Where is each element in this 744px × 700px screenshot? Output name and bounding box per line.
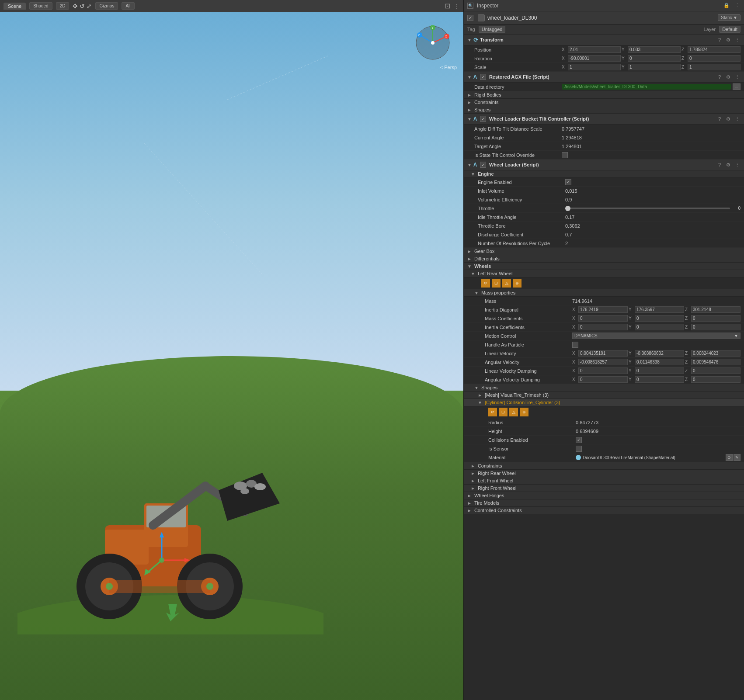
- restored-agx-more[interactable]: ⋮: [734, 73, 741, 80]
- inertia-x-field[interactable]: X 176.2419: [572, 306, 628, 313]
- all-btn[interactable]: All: [122, 2, 134, 10]
- cyl-btn-2[interactable]: ⊡: [499, 408, 508, 416]
- wheel-btn-3[interactable]: △: [502, 279, 511, 288]
- is-state-checkbox[interactable]: [562, 152, 568, 158]
- lvd-z-field[interactable]: Z 0: [685, 367, 741, 374]
- static-badge[interactable]: Static ▼: [718, 14, 741, 21]
- mass-coeff-z-field[interactable]: Z 0: [685, 315, 741, 322]
- avd-y-value[interactable]: 0: [635, 376, 684, 383]
- cyl-btn-1[interactable]: ⟳: [488, 408, 497, 416]
- rotate-icon[interactable]: ↺: [80, 3, 85, 10]
- position-x-field[interactable]: X 2.01: [562, 46, 621, 53]
- inspector-content[interactable]: wheel_loader_DL300 Static ▼ Tag Untagged…: [464, 11, 744, 700]
- avd-z-value[interactable]: 0: [691, 376, 741, 383]
- avd-y-field[interactable]: Y 0: [629, 376, 684, 383]
- avd-x-field[interactable]: X 0: [572, 376, 628, 383]
- mass-coeff-y-value[interactable]: 0: [635, 315, 684, 322]
- mass-value[interactable]: 714.9614: [572, 298, 741, 304]
- lvd-x-value[interactable]: 0: [578, 367, 628, 374]
- rotation-z-field[interactable]: Z 0: [681, 55, 741, 62]
- wheel-shapes-header[interactable]: ▼ Shapes: [464, 384, 744, 392]
- engine-subsection-header[interactable]: ▼ Engine: [464, 170, 744, 178]
- left-rear-wheel-header[interactable]: ▼ Left Rear Wheel: [464, 270, 744, 277]
- transform-settings-icon[interactable]: ⚙: [725, 36, 732, 43]
- lv-x-field[interactable]: X 0.004135191: [572, 350, 628, 357]
- position-x-value[interactable]: 2.01: [568, 46, 621, 53]
- scale-y-field[interactable]: Y 1: [622, 64, 681, 70]
- position-y-field[interactable]: Y 0.033: [622, 46, 681, 53]
- view-2d[interactable]: 2D: [56, 2, 70, 10]
- data-directory-value[interactable]: Assets/Models/wheel_loader_DL300_Data: [562, 84, 731, 90]
- bucket-tilt-more[interactable]: ⋮: [734, 115, 741, 122]
- wheel-loader-checkbox[interactable]: [480, 162, 486, 168]
- object-active-checkbox[interactable]: [467, 15, 473, 21]
- motion-control-dropdown[interactable]: DYNAMICS ▼: [572, 333, 741, 339]
- inertia-z-value[interactable]: 301.2148: [691, 306, 741, 313]
- mass-coeff-x-field[interactable]: X 0: [572, 315, 628, 322]
- material-name-value[interactable]: DoosanDL300RearTireMaterial (ShapeMateri…: [583, 455, 724, 460]
- rigid-bodies-header[interactable]: ► Rigid Bodies: [464, 91, 744, 99]
- cylinder-collision-header[interactable]: ▼ [Cylinder] CollisionTire_Cylinder (3): [464, 399, 744, 406]
- right-rear-wheel-header[interactable]: ► Right Rear Wheel: [464, 470, 744, 477]
- position-z-field[interactable]: Z 1.785824: [681, 46, 741, 53]
- bucket-tilt-help[interactable]: ?: [716, 115, 723, 122]
- scene-tab[interactable]: Scene: [3, 3, 26, 10]
- bucket-tilt-checkbox[interactable]: [480, 116, 486, 122]
- restored-agx-header[interactable]: ▼ Λ Restored AGX File (Script) ? ⚙ ⋮: [464, 72, 744, 83]
- inertia-coeff-x-value[interactable]: 0: [578, 324, 628, 330]
- handle-as-particle-checkbox[interactable]: [572, 342, 578, 348]
- volumetric-efficiency-value[interactable]: 0.9: [565, 197, 741, 202]
- move-icon[interactable]: ✥: [73, 3, 78, 10]
- transform-help-icon[interactable]: ?: [716, 36, 723, 43]
- inertia-x-value[interactable]: 176.2419: [578, 306, 628, 313]
- scale-z-value[interactable]: 1: [688, 64, 741, 70]
- tire-models-header[interactable]: ► Tire Models: [464, 499, 744, 507]
- av-x-value[interactable]: -0.008618257: [578, 359, 628, 365]
- target-angle-value[interactable]: 1.294801: [562, 144, 741, 149]
- scale-z-field[interactable]: Z 1: [681, 64, 741, 70]
- lv-y-value[interactable]: -0.003860632: [635, 350, 684, 357]
- tag-value[interactable]: Untagged: [479, 26, 506, 33]
- scale-x-field[interactable]: X 1: [562, 64, 621, 70]
- mass-properties-header[interactable]: ▼ Mass properties: [464, 289, 744, 297]
- bucket-tilt-settings[interactable]: ⚙: [725, 115, 732, 122]
- controlled-constraints-header[interactable]: ► Controlled Constraints: [464, 507, 744, 514]
- rotation-x-value[interactable]: -90.00001: [568, 55, 621, 62]
- wheel-loader-more[interactable]: ⋮: [734, 161, 741, 168]
- transform-more-icon[interactable]: ⋮: [734, 36, 741, 43]
- scale-y-value[interactable]: 1: [628, 64, 681, 70]
- cyl-btn-4[interactable]: ⊕: [520, 408, 528, 416]
- inlet-volume-value[interactable]: 0.015: [565, 188, 741, 194]
- right-front-wheel-header[interactable]: ► Right Front Wheel: [464, 485, 744, 492]
- lv-z-value[interactable]: 0.008244023: [691, 350, 741, 357]
- lv-x-value[interactable]: 0.004135191: [578, 350, 628, 357]
- shade-mode[interactable]: Shaded: [29, 2, 52, 10]
- lvd-y-field[interactable]: Y 0: [629, 367, 684, 374]
- constraints-header[interactable]: ► Constraints: [464, 99, 744, 106]
- restored-agx-help[interactable]: ?: [716, 73, 723, 80]
- wheel-loader-header[interactable]: ▼ Λ Wheel Loader (Script) ? ⚙ ⋮: [464, 159, 744, 170]
- av-z-value[interactable]: 0.009546476: [691, 359, 741, 365]
- av-x-field[interactable]: X -0.008618257: [572, 359, 628, 365]
- lvd-z-value[interactable]: 0: [691, 367, 741, 374]
- radius-value[interactable]: 0.8472773: [576, 420, 741, 425]
- av-y-value[interactable]: 0.01146338: [635, 359, 684, 365]
- left-front-wheel-header[interactable]: ► Left Front Wheel: [464, 477, 744, 485]
- inertia-y-field[interactable]: Y 176.3567: [629, 306, 684, 313]
- gizmos-btn[interactable]: Gizmos: [95, 2, 118, 10]
- wheel-hinges-header[interactable]: ► Wheel Hinges: [464, 492, 744, 499]
- rotation-y-field[interactable]: Y 0: [622, 55, 681, 62]
- angle-diff-value[interactable]: 0.7957747: [562, 126, 741, 132]
- throttle-slider[interactable]: 0: [565, 206, 741, 211]
- current-angle-value[interactable]: 1.294818: [562, 135, 741, 140]
- lvd-x-field[interactable]: X 0: [572, 367, 628, 374]
- throttle-value[interactable]: 0: [732, 206, 741, 211]
- wheel-loader-help[interactable]: ?: [716, 161, 723, 168]
- idle-throttle-value[interactable]: 0.17: [565, 215, 741, 220]
- position-y-value[interactable]: 0.033: [628, 46, 681, 53]
- cyl-btn-3[interactable]: △: [509, 408, 518, 416]
- mass-coeff-z-value[interactable]: 0: [691, 315, 741, 322]
- mesh-visual-tire-header[interactable]: ► [Mesh] VisualTire_Trimesh (3): [464, 392, 744, 399]
- restored-agx-checkbox[interactable]: [480, 74, 486, 80]
- av-z-field[interactable]: Z 0.009546476: [685, 359, 741, 365]
